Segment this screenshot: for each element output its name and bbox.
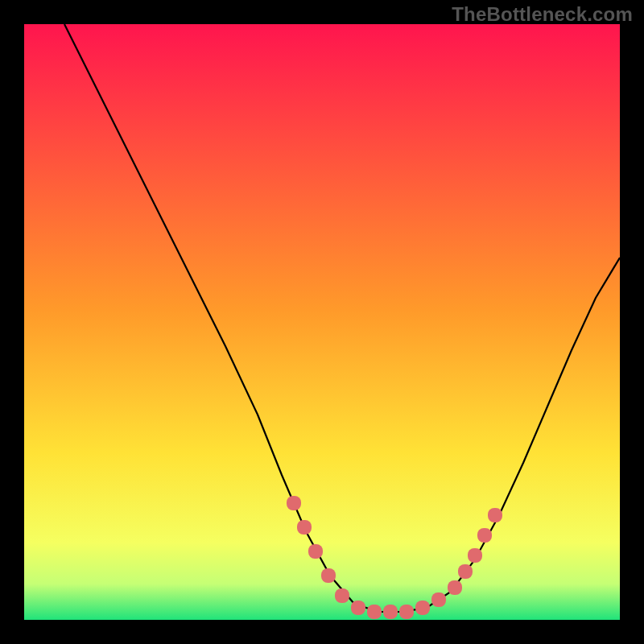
chart-svg [24, 24, 620, 620]
gradient-background [24, 24, 620, 620]
plot-area [24, 24, 620, 620]
marker-dot [383, 605, 398, 619]
marker-dot [468, 548, 482, 563]
marker-dot [321, 568, 336, 583]
marker-dot [335, 588, 349, 603]
marker-dot [297, 520, 312, 535]
marker-dot [308, 544, 323, 559]
marker-dot [351, 601, 365, 615]
marker-dot [415, 601, 430, 615]
watermark-text: TheBottleneck.com [452, 3, 633, 26]
marker-dot [488, 508, 502, 522]
marker-dot [458, 564, 473, 579]
chart-frame: TheBottleneck.com [0, 0, 644, 644]
marker-dot [399, 605, 414, 619]
marker-dot [431, 592, 446, 607]
marker-dot [287, 496, 301, 510]
marker-dot [477, 528, 492, 543]
marker-dot [367, 605, 382, 619]
marker-dot [448, 580, 462, 595]
